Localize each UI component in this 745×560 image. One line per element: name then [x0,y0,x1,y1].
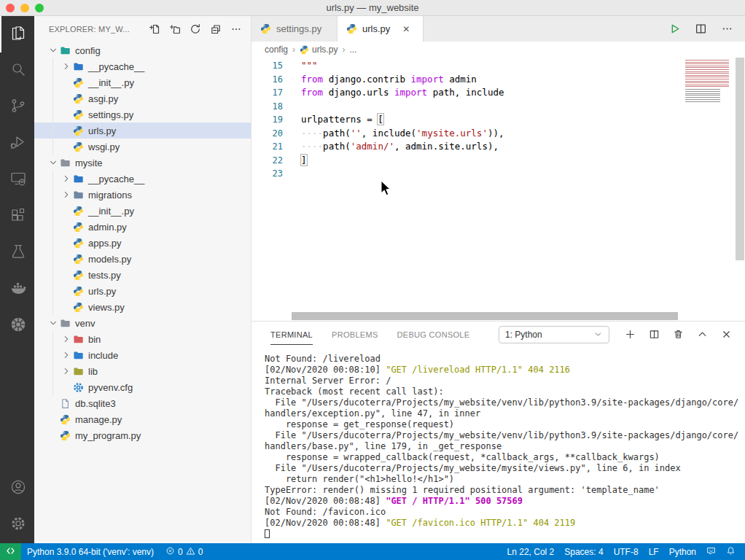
chevron-spacer [61,109,72,120]
tree-item-db-sqlite3[interactable]: db.sqlite3 [34,395,251,411]
status-ln-22-col-2[interactable]: Ln 22, Col 2 [502,543,560,560]
tree-item--init-py[interactable]: __init__.py [34,74,251,90]
tree-item-settings-py[interactable]: settings.py [34,106,251,122]
tree-item--pycache-[interactable]: __pycache__ [34,58,251,74]
tree-item-apps-py[interactable]: apps.py [34,235,251,251]
terminal-line: TypeError: render() missing 1 required p… [265,485,745,496]
tree-item-urls-py[interactable]: urls.py [34,283,251,299]
chevron-down-icon[interactable] [47,44,59,56]
run-icon[interactable] [666,21,682,37]
chevron-right-icon[interactable] [61,365,72,377]
tree-item-migrations[interactable]: migrations [34,187,251,203]
tree-item-manage-py[interactable]: manage.py [34,411,251,427]
tab-settings-py[interactable]: settings.py [251,16,338,42]
main-area: EXPLORER: MY_W... config__pycache____ini… [0,16,745,543]
terminal-selector-dropdown[interactable]: 1: Python [499,326,609,343]
terminal-output[interactable]: Not Found: /livereload[02/Nov/2020 00:08… [251,347,745,543]
problems-status[interactable]: 00 [160,543,208,560]
tree-item-my-program-py[interactable]: my_program.py [34,427,251,443]
chevron-right-icon[interactable] [61,189,72,201]
settings-icon [9,515,27,535]
chevron-right-icon[interactable] [61,333,72,345]
status-python[interactable]: Python [664,543,701,560]
code-text: ····path('', include('mysite.urls')), [283,127,504,141]
line-number: 17 [251,86,283,100]
tree-item-models-py[interactable]: models.py [34,251,251,267]
status-spaces[interactable]: Spaces: 4 [559,543,608,560]
more-actions-icon[interactable] [719,21,735,37]
panel-tab-problems[interactable]: PROBLEMS [332,324,378,345]
tree-item-bin[interactable]: bin [34,331,251,347]
panel-tab-terminal[interactable]: TERMINAL [270,324,313,345]
tree-item--init-py[interactable]: __init__.py [34,203,251,219]
chevron-right-icon[interactable] [61,173,72,184]
tree-item-include[interactable]: include [34,347,251,363]
chevron-right-icon[interactable] [61,61,72,72]
new-folder-icon[interactable] [168,22,182,36]
activity-settings-icon[interactable] [0,507,34,543]
activity-accounts-icon[interactable] [0,470,34,507]
python-interpreter-status[interactable]: Python 3.9.0 64-bit ('venv': venv) [21,543,160,560]
vertical-scrollbar-thumb[interactable] [736,58,744,260]
folder-bin-icon [72,333,85,345]
activity-source-control-icon[interactable] [0,89,34,125]
vscode-window: urls.py — my_website EXPLORER: MY_W... c… [0,0,745,560]
tree-item-mysite[interactable]: mysite [34,155,251,171]
status-lf[interactable]: LF [644,543,664,560]
code-line: 15""" [251,59,678,73]
breadcrumb-item[interactable]: urls.py [300,44,338,55]
tree-item-lib[interactable]: lib [34,363,251,379]
panel-tab-debug-console[interactable]: DEBUG CONSOLE [397,324,470,345]
extensions-icon [9,206,27,227]
horizontal-scrollbar[interactable] [292,312,678,320]
tree-item-admin-py[interactable]: admin.py [34,219,251,235]
new-file-icon[interactable] [147,22,162,36]
tree-item--pycache-[interactable]: __pycache__ [34,171,251,187]
activity-extensions-icon[interactable] [0,198,34,235]
minimap[interactable] [681,58,735,321]
activity-explorer-icon[interactable] [0,16,34,52]
close-panel-icon[interactable] [719,327,733,342]
chevron-down-icon[interactable] [47,317,59,329]
tab-urls-py[interactable]: urls.py✕ [338,16,424,42]
activity-docker-icon[interactable] [0,271,34,308]
more-actions-icon[interactable] [229,22,243,36]
new-terminal-icon[interactable] [623,327,637,342]
tree-item-asgi-py[interactable]: asgi.py [34,90,251,106]
activity-kubernetes-icon[interactable] [0,308,34,344]
status-utf-8[interactable]: UTF-8 [609,543,644,560]
split-terminal-icon[interactable] [647,327,661,342]
tree-item-label: __init__.py [88,77,134,88]
maximize-panel-icon[interactable] [695,327,709,342]
refresh-icon[interactable] [188,22,203,36]
kill-terminal-icon[interactable] [671,327,685,342]
collapse-folders-icon[interactable] [208,22,223,36]
activity-search-icon[interactable] [0,52,34,89]
breadcrumb-item[interactable]: ... [349,44,356,55]
chevron-down-icon[interactable] [47,157,59,168]
breadcrumb-item[interactable]: config [265,44,288,55]
tree-item-tests-py[interactable]: tests.py [34,267,251,283]
activity-testing-icon[interactable] [0,235,34,271]
folder-pycache-icon [72,61,85,72]
status-bell-icon[interactable] [721,543,741,560]
activity-run-debug-icon[interactable] [0,125,34,162]
line-number: 16 [251,73,283,87]
code-editor[interactable]: 15"""16from django.contrib import admin1… [251,58,745,321]
tree-item-urls-py[interactable]: urls.py [34,122,251,139]
activity-remote-explorer-icon[interactable] [0,162,34,198]
tree-item-views-py[interactable]: views.py [34,299,251,315]
tree-item-config[interactable]: config [34,42,251,58]
tree-item-pyvenv-cfg[interactable]: pyvenv.cfg [34,379,251,395]
remote-indicator[interactable] [0,543,21,560]
horizontal-scrollbar-thumb[interactable] [292,312,678,320]
tree-item-venv[interactable]: venv [34,315,251,331]
tree-item-wsgi-py[interactable]: wsgi.py [34,139,251,155]
code-line: 18 [251,100,678,114]
status-feedback-icon[interactable] [701,543,721,560]
split-editor-icon[interactable] [693,21,709,37]
vertical-scrollbar[interactable] [735,58,745,321]
chevron-right-icon[interactable] [61,349,72,361]
close-tab-icon[interactable]: ✕ [402,24,410,34]
terminal-cursor [265,529,270,538]
